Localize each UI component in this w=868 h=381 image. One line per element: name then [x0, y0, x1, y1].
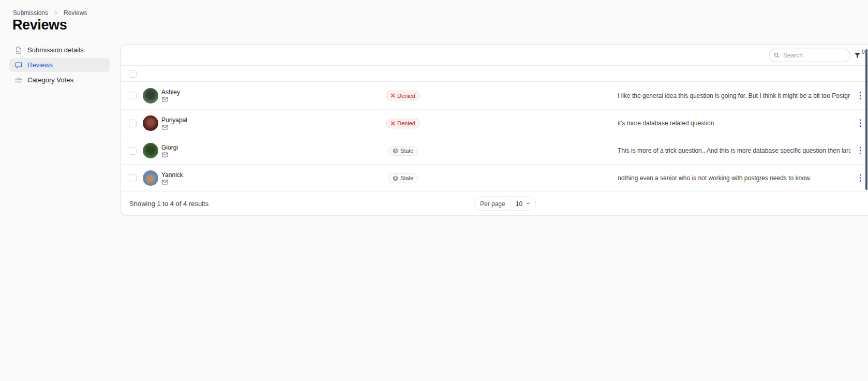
table-header-row: [121, 66, 868, 82]
status-cell: Stale: [380, 173, 426, 183]
row-checkbox[interactable]: [129, 120, 137, 127]
sidebar-item-label: Category Votes: [27, 76, 73, 84]
filter-count-badge: 0: [862, 49, 865, 54]
document-icon: [14, 46, 23, 54]
reviewer-name: Punyapal: [161, 117, 187, 123]
chevron-down-icon: [525, 201, 531, 207]
review-comment: This is more of a trick question.. And t…: [618, 147, 850, 154]
mail-icon[interactable]: [162, 152, 168, 157]
page-title: Reviews: [12, 17, 67, 33]
clock-icon: [393, 148, 398, 154]
search-icon: [773, 52, 780, 58]
review-comment: nothing even a senior who is not working…: [618, 174, 850, 182]
per-page-control: Per page 10: [474, 197, 536, 211]
review-comment: I like the general idea this question is…: [618, 92, 850, 99]
avatar: [143, 170, 158, 186]
users-icon: [14, 76, 23, 84]
table-row[interactable]: Yannick Stale nothing even a senior who …: [121, 164, 868, 192]
mail-icon[interactable]: [162, 125, 168, 130]
search-input[interactable]: [783, 52, 846, 59]
status-badge: Denied: [386, 91, 420, 100]
sidebar-item-label: Submission details: [27, 46, 83, 54]
x-icon: [391, 121, 395, 126]
row-actions-button[interactable]: ⋮: [856, 171, 865, 185]
row-actions-button[interactable]: ⋮: [856, 116, 865, 130]
reviewer-name: Yannick: [161, 172, 183, 178]
review-comment: it's more database related question: [618, 120, 850, 127]
search-box: [769, 49, 850, 62]
status-cell: Denied: [380, 91, 426, 100]
status-cell: Denied: [380, 119, 426, 128]
reviewer: Yannick: [161, 172, 183, 185]
per-page-select[interactable]: 10: [511, 197, 535, 210]
sidebar-item-submission-details[interactable]: Submission details: [9, 43, 110, 57]
reviews-table-card: 0 Ashley Denied I like the general idea …: [121, 45, 868, 215]
status-cell: Stale: [380, 146, 426, 156]
clock-icon: [393, 175, 398, 181]
sidebar-item-category-votes[interactable]: Category Votes: [9, 73, 110, 87]
x-icon: [391, 93, 395, 98]
reviewer-name: Giorgi: [161, 144, 178, 151]
row-actions-button[interactable]: ⋮: [856, 144, 865, 157]
sidebar-item-label: Reviews: [27, 61, 53, 69]
vertical-scrollbar[interactable]: [865, 49, 867, 190]
pagination-bar: Showing 1 to 4 of 4 results Per page 10: [121, 192, 868, 215]
reviewer-name: Ashley: [161, 89, 180, 95]
pagination-summary: Showing 1 to 4 of 4 results: [129, 200, 208, 208]
status-badge: Denied: [386, 119, 420, 128]
status-badge: Stale: [388, 146, 418, 156]
per-page-label: Per page: [475, 197, 511, 210]
breadcrumb: Submissions Reviews: [13, 9, 87, 17]
table-row[interactable]: Punyapal Denied it's more database relat…: [121, 109, 868, 137]
table-toolbar: 0: [121, 45, 868, 66]
table-row[interactable]: Giorgi Stale This is more of a trick que…: [121, 137, 868, 164]
sidebar-item-reviews[interactable]: Reviews: [9, 58, 110, 72]
avatar: [143, 88, 158, 104]
row-actions-button[interactable]: ⋮: [856, 89, 865, 102]
breadcrumb-link-submissions[interactable]: Submissions: [13, 9, 48, 17]
select-all-checkbox[interactable]: [129, 70, 137, 78]
reviewer: Punyapal: [161, 117, 187, 130]
mail-icon[interactable]: [162, 97, 168, 102]
row-checkbox[interactable]: [129, 174, 137, 182]
avatar: [143, 143, 158, 158]
reviewer: Giorgi: [161, 144, 178, 157]
status-badge: Stale: [388, 173, 418, 183]
row-checkbox[interactable]: [129, 92, 137, 99]
reviewer: Ashley: [161, 89, 180, 102]
sidebar: Submission details Reviews Category Vote…: [9, 43, 110, 87]
row-checkbox[interactable]: [129, 147, 137, 155]
filter-button[interactable]: 0: [854, 51, 865, 59]
chat-bubble-icon: [14, 61, 23, 69]
breadcrumb-current: Reviews: [64, 9, 87, 17]
mail-icon[interactable]: [162, 180, 168, 185]
avatar: [143, 115, 158, 131]
filter-icon: [854, 51, 861, 59]
table-row[interactable]: Ashley Denied I like the general idea th…: [121, 82, 868, 109]
chevron-right-icon: [53, 10, 58, 16]
